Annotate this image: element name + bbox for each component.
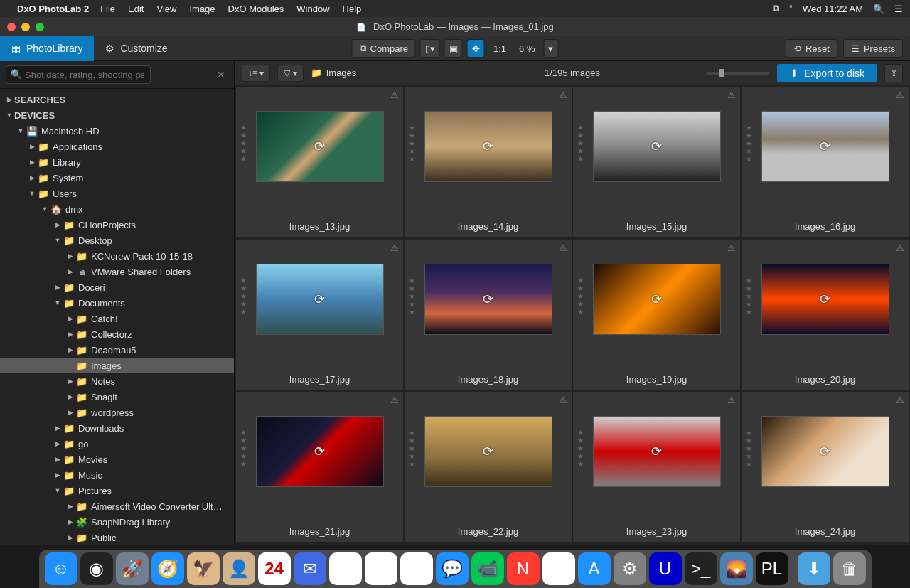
thumbnail-cell[interactable]: ⚠ ★★★★★ ⟳ Images_22.jpg (405, 392, 572, 542)
tree-users[interactable]: ▼📁Users (0, 186, 234, 201)
thumbnail-cell[interactable]: ⚠ ★★★★★ ⟳ Images_18.jpg (405, 240, 572, 390)
rating-stars[interactable]: ★★★★★ (746, 429, 752, 468)
menu-view[interactable]: View (156, 4, 176, 14)
menu-image[interactable]: Image (189, 4, 215, 14)
app-name[interactable]: DxO PhotoLab 2 (17, 4, 89, 14)
tree-aimersoft[interactable]: ▶📁Aimersoft Video Converter Ult… (0, 498, 234, 514)
close-button[interactable] (7, 23, 16, 31)
rating-stars[interactable]: ★★★★★ (577, 124, 584, 163)
dock-terminal[interactable]: >_ (685, 552, 717, 585)
rating-stars[interactable]: ★★★★★ (577, 277, 584, 316)
dock-reminders[interactable]: ☰ (329, 552, 362, 585)
tree-snapndrag[interactable]: ▶🧩SnapNDrag Library (0, 514, 234, 530)
tree-dmx[interactable]: ▼🏠dmx (0, 201, 234, 217)
thumbnail-cell[interactable]: ⚠ ★★★★★ ⟳ Images_16.jpg (742, 87, 909, 237)
tree-notes[interactable]: ▶📁Notes (0, 373, 234, 389)
menu-modules[interactable]: DxO Modules (228, 4, 284, 14)
folder-tree[interactable]: ▶SEARCHES ▼DEVICES ▼💾Macintosh HD ▶📁Appl… (0, 89, 234, 545)
tree-doceri[interactable]: ▶📁Doceri (0, 279, 234, 295)
thumbnail-cell[interactable]: ⚠ ★★★★★ ⟳ Images_14.jpg (405, 87, 572, 237)
dock-safari[interactable]: 🧭 (151, 552, 184, 585)
dock-calendar[interactable]: 24 (258, 552, 291, 585)
screens-icon[interactable]: ⧉ (773, 3, 779, 14)
dock-maps[interactable]: 🗺 (365, 552, 397, 585)
thumbnail-cell[interactable]: ⚠ ★★★★★ ⟳ Images_23.jpg (573, 392, 740, 542)
spotlight-icon[interactable]: 🔍 (873, 4, 884, 14)
tree-desktop[interactable]: ▼📁Desktop (0, 232, 234, 248)
rating-stars[interactable]: ★★★★★ (577, 429, 584, 468)
dock-news[interactable]: N (507, 552, 540, 585)
tree-header-searches[interactable]: ▶SEARCHES (0, 92, 234, 107)
tree-wordpress[interactable]: ▶📁wordpress (0, 405, 234, 420)
thumbnail-cell[interactable]: ⚠ ★★★★★ ⟳ Images_24.jpg (742, 392, 909, 542)
tree-movies[interactable]: ▶📁Movies (0, 451, 234, 467)
thumbnail-cell[interactable]: ⚠ ★★★★★ ⟳ Images_13.jpg (236, 87, 403, 237)
export-button[interactable]: ⬇ Export to disk (777, 64, 877, 82)
rating-stars[interactable]: ★★★★★ (240, 429, 247, 468)
tree-header-devices[interactable]: ▼DEVICES (0, 107, 234, 123)
tree-downloads[interactable]: ▶📁Downloads (0, 420, 234, 436)
tree-collectorz[interactable]: ▶📁Collectorz (0, 326, 234, 342)
minimize-button[interactable] (21, 23, 30, 31)
dock-trash[interactable]: 🗑 (833, 552, 866, 585)
sort-button[interactable]: ↓≡ ▾ (242, 65, 270, 82)
dock-magnet[interactable]: U (649, 552, 682, 585)
tree-system[interactable]: ▶📁System (0, 170, 234, 186)
search-input[interactable] (6, 65, 151, 84)
tree-vmware[interactable]: ▶🖥VMware Shared Folders (0, 264, 234, 279)
tree-library[interactable]: ▶📁Library (0, 154, 234, 170)
dock-launchpad[interactable]: 🚀 (116, 552, 149, 585)
menu-window[interactable]: Window (296, 4, 329, 14)
menu-edit[interactable]: Edit (128, 4, 144, 14)
tree-public[interactable]: ▶📁Public (0, 530, 234, 545)
rating-stars[interactable]: ★★★★★ (409, 429, 415, 468)
filter-button[interactable]: ▽ ▾ (277, 65, 303, 82)
tree-pictures[interactable]: ▼📁Pictures (0, 483, 234, 498)
zoom-1to1[interactable]: 1:1 (489, 43, 510, 54)
tab-photolibrary[interactable]: ▦ PhotoLibrary (0, 36, 94, 61)
dock-appstore[interactable]: A (578, 552, 611, 585)
fullscreen-button[interactable] (36, 23, 44, 31)
move-tool-button[interactable]: ✥ (467, 39, 485, 58)
dock-mail[interactable]: ✉ (294, 552, 326, 585)
tree-go[interactable]: ▶📁go (0, 436, 234, 451)
dock-messages[interactable]: 💬 (436, 552, 469, 585)
search-clear[interactable]: ✕ (214, 69, 228, 80)
dock-wallpaper[interactable]: 🌄 (720, 552, 753, 585)
tree-snagit[interactable]: ▶📁Snagit (0, 389, 234, 405)
rating-stars[interactable]: ★★★★★ (409, 124, 415, 163)
rating-stars[interactable]: ★★★★★ (240, 277, 247, 316)
menubar-clock[interactable]: Wed 11:22 AM (803, 4, 863, 14)
rating-stars[interactable]: ★★★★★ (240, 124, 247, 163)
dock-photos[interactable]: ✿ (400, 552, 433, 585)
dock-contacts[interactable]: 👤 (223, 552, 255, 585)
thumbnail-size-slider[interactable] (706, 72, 770, 75)
tree-images[interactable]: 📁Images (0, 358, 234, 373)
dock-dxo[interactable]: PL (756, 552, 788, 585)
tree-catch[interactable]: ▶📁Catch! (0, 311, 234, 326)
thumbnail-cell[interactable]: ⚠ ★★★★★ ⟳ Images_20.jpg (742, 240, 909, 390)
dock-itunes[interactable]: ♪ (542, 552, 575, 585)
tree-clion[interactable]: ▶📁CLionProjects (0, 217, 234, 232)
thumbnail-cell[interactable]: ⚠ ★★★★★ ⟳ Images_15.jpg (573, 87, 740, 237)
dock-siri[interactable]: ◉ (80, 552, 113, 585)
thumbnail-cell[interactable]: ⚠ ★★★★★ ⟳ Images_17.jpg (236, 240, 403, 390)
dock-finder[interactable]: ☺ (45, 552, 77, 585)
thumbnail-cell[interactable]: ⚠ ★★★★★ ⟳ Images_21.jpg (236, 392, 403, 542)
layout-button[interactable]: ▯▾ (420, 39, 440, 58)
menu-help[interactable]: Help (343, 4, 362, 14)
dock-downloads[interactable]: ⬇ (798, 552, 830, 585)
status-icon[interactable]: ⟟ (789, 3, 793, 14)
thumbnail-cell[interactable]: ⚠ ★★★★★ ⟳ Images_19.jpg (573, 240, 740, 390)
rating-stars[interactable]: ★★★★★ (409, 277, 415, 316)
reset-button[interactable]: ⟲ Reset (786, 39, 837, 58)
dock-facetime[interactable]: 📹 (471, 552, 504, 585)
dock-settings[interactable]: ⚙ (614, 552, 646, 585)
fit-button[interactable]: ▣ (444, 39, 463, 58)
rating-stars[interactable]: ★★★★★ (746, 124, 752, 163)
tree-kcn[interactable]: ▶📁KCNcrew Pack 10-15-18 (0, 248, 234, 264)
tab-customize[interactable]: ⚙ Customize (94, 36, 178, 61)
zoom-dropdown[interactable]: ▾ (543, 39, 558, 58)
tree-documents[interactable]: ▼📁Documents (0, 295, 234, 311)
rating-stars[interactable]: ★★★★★ (746, 277, 752, 316)
